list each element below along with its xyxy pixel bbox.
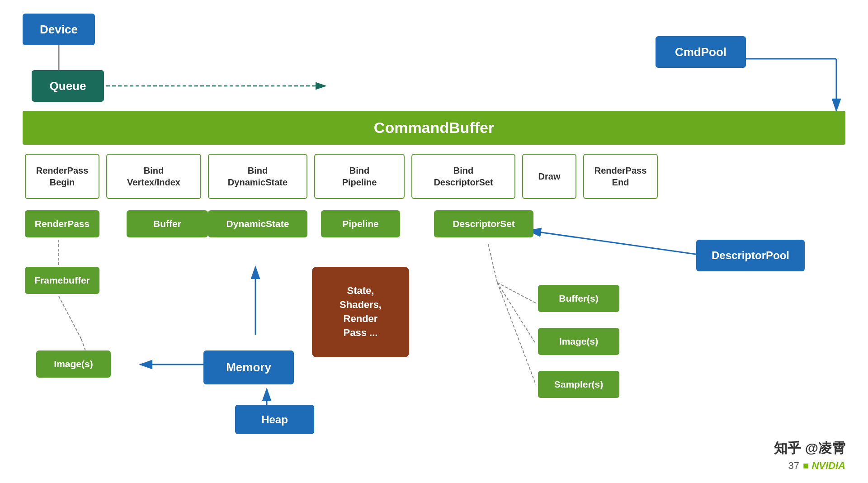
sampler-box: Sampler(s): [538, 371, 619, 398]
descriptorpool-label: DescriptorPool: [712, 249, 789, 262]
watermark-number: 37: [788, 460, 799, 472]
watermark: 知乎 @凌霄 37 ■ NVIDIA: [774, 439, 845, 472]
pipeline-box: Pipeline: [321, 210, 400, 237]
images-right-label: Image(s): [559, 336, 598, 347]
pipeline-label: Pipeline: [342, 218, 379, 229]
cmd-renderpass-begin-label: RenderPassBegin: [36, 165, 89, 188]
queue-box: Queue: [32, 70, 104, 102]
images-right-box: Image(s): [538, 328, 619, 355]
device-label: Device: [40, 23, 78, 37]
cmd-bind-pipeline-label: BindPipeline: [342, 165, 377, 188]
heap-label: Heap: [261, 413, 288, 426]
device-box: Device: [23, 14, 95, 45]
renderpass-box: RenderPass: [25, 210, 99, 237]
images-left-box: Image(s): [36, 350, 111, 378]
cmd-bind-pipeline-box: BindPipeline: [314, 154, 405, 199]
memory-box: Memory: [203, 350, 294, 384]
nvidia-logo: ■ NVIDIA: [803, 460, 845, 472]
cmd-bind-vertex-box: BindVertex/Index: [106, 154, 201, 199]
commandbuffer-bar: CommandBuffer: [23, 111, 845, 145]
cmd-bind-dynamic-box: BindDynamicState: [208, 154, 307, 199]
queue-label: Queue: [50, 79, 86, 93]
framebuffer-box: Framebuffer: [25, 267, 99, 294]
watermark-text: 知乎 @凌霄: [774, 439, 845, 458]
buffers-right-box: Buffer(s): [538, 285, 619, 312]
cmd-renderpass-end-box: RenderPassEnd: [583, 154, 658, 199]
dynamicstate-label: DynamicState: [226, 218, 289, 229]
cmd-renderpass-end-label: RenderPassEnd: [594, 165, 647, 188]
cmd-draw-label: Draw: [538, 171, 561, 182]
buffers-right-label: Buffer(s): [559, 293, 599, 304]
svg-line-14: [497, 283, 536, 384]
nvidia-text: NVIDIA: [811, 460, 845, 471]
cmd-bind-dynamic-label: BindDynamicState: [228, 165, 288, 188]
cmdpool-box: CmdPool: [656, 36, 746, 68]
cmdpool-label: CmdPool: [675, 45, 726, 59]
descriptorset-label: DescriptorSet: [453, 218, 515, 229]
svg-line-16: [59, 296, 81, 339]
heap-box: Heap: [235, 405, 314, 434]
commandbuffer-label: CommandBuffer: [374, 119, 494, 137]
descriptorset-box: DescriptorSet: [434, 210, 533, 237]
buffer-label: Buffer: [153, 218, 181, 229]
dynamicstate-box: DynamicState: [208, 210, 307, 237]
cmd-bind-descriptor-box: BindDescriptorSet: [411, 154, 515, 199]
cmd-draw-box: Draw: [522, 154, 576, 199]
memory-label: Memory: [226, 360, 271, 374]
svg-line-12: [497, 283, 536, 303]
svg-line-13: [497, 283, 536, 344]
framebuffer-label: Framebuffer: [34, 275, 90, 286]
svg-line-10: [529, 231, 705, 256]
cmd-renderpass-begin-box: RenderPassBegin: [25, 154, 99, 199]
renderpass-label: RenderPass: [35, 218, 90, 229]
state-shaders-box: State,Shaders,RenderPass ...: [312, 267, 409, 357]
diagram-container: Device Queue CmdPool CommandBuffer Rende…: [0, 0, 868, 483]
descriptorpool-box: DescriptorPool: [696, 240, 805, 271]
buffer-box: Buffer: [127, 210, 208, 237]
svg-line-11: [488, 244, 497, 283]
images-left-label: Image(s): [54, 359, 93, 369]
cmd-bind-vertex-label: BindVertex/Index: [127, 165, 180, 188]
state-shaders-label: State,Shaders,RenderPass ...: [340, 284, 382, 340]
sampler-label: Sampler(s): [554, 379, 604, 390]
cmd-bind-descriptor-label: BindDescriptorSet: [434, 165, 493, 188]
